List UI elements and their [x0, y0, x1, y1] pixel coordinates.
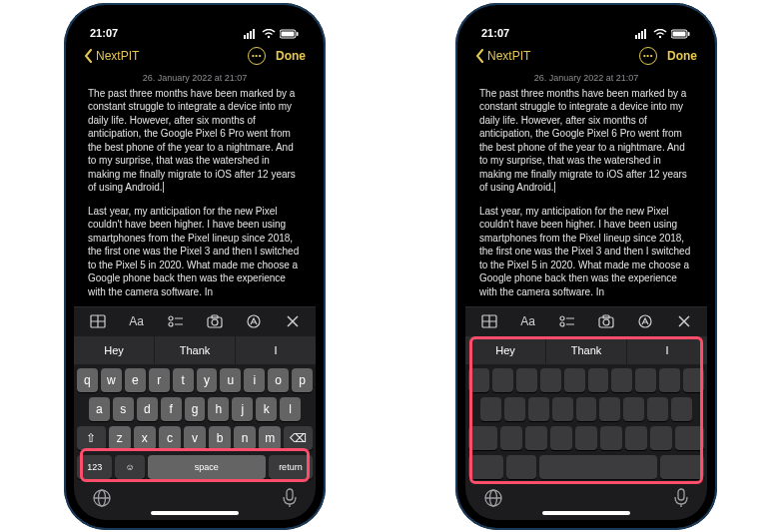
suggestion-0[interactable]: Hey: [465, 336, 546, 364]
suggestion-2[interactable]: I: [627, 336, 707, 364]
suggestion-1[interactable]: Thank: [546, 336, 627, 364]
key-e[interactable]: e: [125, 368, 146, 392]
suggestion-2[interactable]: I: [236, 336, 316, 364]
key-z[interactable]: z: [109, 426, 131, 450]
key-123[interactable]: 123: [77, 455, 112, 479]
globe-icon[interactable]: [483, 488, 503, 512]
more-button[interactable]: •••: [248, 47, 266, 65]
wifi-icon: [653, 29, 667, 39]
back-label: NextPIT: [487, 49, 530, 63]
markup-button[interactable]: [234, 313, 273, 329]
signal-icon: [635, 29, 649, 39]
key-x[interactable]: x: [134, 426, 156, 450]
key-r[interactable]: r: [149, 368, 170, 392]
blank-key: [504, 397, 525, 421]
blank-key: [528, 397, 549, 421]
key-y[interactable]: y: [197, 368, 218, 392]
blank-key: [468, 368, 489, 392]
format-button[interactable]: Aa: [117, 314, 156, 328]
blank-key: [506, 455, 535, 479]
key-i[interactable]: i: [244, 368, 265, 392]
markup-button[interactable]: [625, 313, 664, 329]
blank-key: [635, 368, 656, 392]
blank-key: [500, 426, 522, 450]
suggestion-1[interactable]: Thank: [155, 336, 236, 364]
back-button[interactable]: NextPIT: [475, 49, 530, 63]
key-w[interactable]: w: [101, 368, 122, 392]
svg-point-39: [560, 322, 564, 326]
svg-rect-24: [287, 489, 293, 500]
blank-key: [564, 368, 585, 392]
battery-icon: [671, 29, 691, 39]
back-label: NextPIT: [96, 49, 139, 63]
key-delete[interactable]: ⌫: [284, 426, 313, 450]
home-indicator[interactable]: [151, 511, 239, 515]
key-d[interactable]: d: [137, 397, 158, 421]
checklist-button[interactable]: [156, 314, 195, 328]
home-indicator[interactable]: [542, 511, 630, 515]
note-p1: The past three months have been marked b…: [479, 88, 687, 194]
chevron-left-icon: [84, 49, 94, 63]
key-shift[interactable]: ⇧: [77, 426, 106, 450]
blank-key: [660, 455, 704, 479]
mic-icon[interactable]: [673, 488, 689, 512]
svg-point-13: [169, 322, 173, 326]
key-space[interactable]: space: [148, 455, 266, 479]
checklist-button[interactable]: [547, 314, 586, 328]
key-g[interactable]: g: [185, 397, 206, 421]
key-q[interactable]: q: [77, 368, 98, 392]
done-button[interactable]: Done: [667, 49, 697, 63]
key-t[interactable]: t: [173, 368, 194, 392]
notch: [532, 13, 640, 35]
key-u[interactable]: u: [220, 368, 241, 392]
blank-key: [675, 426, 704, 450]
key-j[interactable]: j: [232, 397, 253, 421]
blank-key: [468, 455, 503, 479]
suggestion-0[interactable]: Hey: [74, 336, 155, 364]
key-m[interactable]: m: [259, 426, 281, 450]
key-b[interactable]: b: [209, 426, 231, 450]
done-button[interactable]: Done: [276, 49, 306, 63]
key-v[interactable]: v: [184, 426, 206, 450]
key-s[interactable]: s: [113, 397, 134, 421]
key-o[interactable]: o: [268, 368, 289, 392]
format-button[interactable]: Aa: [508, 314, 547, 328]
keyboard-trackpad[interactable]: [465, 364, 707, 486]
camera-button[interactable]: [195, 314, 234, 328]
blank-key: [540, 368, 561, 392]
phone-right: 21:07 NextPIT ••• Done: [455, 3, 717, 530]
key-emoji[interactable]: ☺: [115, 455, 144, 479]
key-return[interactable]: return: [269, 455, 313, 479]
table-button[interactable]: [78, 314, 117, 328]
notch: [141, 13, 249, 35]
camera-button[interactable]: [586, 314, 625, 328]
back-button[interactable]: NextPIT: [84, 49, 139, 63]
key-a[interactable]: a: [89, 397, 110, 421]
blank-space: [539, 455, 657, 479]
key-h[interactable]: h: [208, 397, 229, 421]
key-k[interactable]: k: [256, 397, 277, 421]
nav-bar: NextPIT ••• Done: [74, 41, 316, 71]
table-button[interactable]: [469, 314, 508, 328]
key-f[interactable]: f: [161, 397, 182, 421]
globe-icon[interactable]: [92, 488, 112, 512]
close-button[interactable]: [664, 315, 703, 327]
svg-point-16: [212, 319, 218, 325]
more-button[interactable]: •••: [639, 47, 657, 65]
svg-point-4: [268, 35, 270, 37]
key-c[interactable]: c: [159, 426, 181, 450]
key-n[interactable]: n: [234, 426, 256, 450]
svg-rect-7: [297, 32, 299, 36]
blank-key: [575, 426, 597, 450]
key-p[interactable]: p: [292, 368, 313, 392]
key-l[interactable]: l: [280, 397, 301, 421]
mic-icon[interactable]: [282, 488, 298, 512]
blank-key: [625, 426, 647, 450]
note-body[interactable]: The past three months have been marked b…: [465, 87, 707, 306]
close-button[interactable]: [273, 315, 312, 327]
battery-icon: [280, 29, 300, 39]
svg-rect-1: [247, 33, 249, 39]
svg-rect-2: [250, 31, 252, 39]
note-body[interactable]: The past three months have been marked b…: [74, 87, 316, 306]
blank-key: [468, 426, 497, 450]
